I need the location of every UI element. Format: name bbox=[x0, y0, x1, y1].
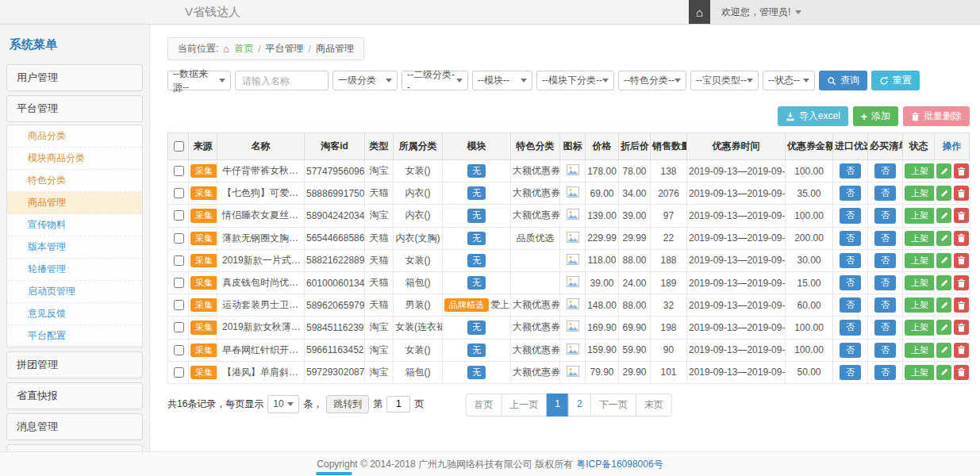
row-checkbox[interactable] bbox=[174, 367, 184, 378]
status-button[interactable]: 上架 bbox=[905, 253, 935, 268]
row-checkbox[interactable] bbox=[174, 233, 184, 244]
row-checkbox[interactable] bbox=[174, 322, 184, 332]
sidebar-item[interactable]: 平台管理 bbox=[6, 95, 143, 122]
status-button[interactable]: 上架 bbox=[905, 208, 935, 223]
edit-button[interactable] bbox=[936, 298, 951, 313]
delete-button[interactable] bbox=[954, 163, 969, 178]
sidebar-subitem[interactable]: 版本管理 bbox=[7, 236, 142, 259]
import-excel-button[interactable]: 导入excel bbox=[778, 106, 848, 126]
import-select-toggle[interactable]: 否 bbox=[840, 320, 861, 335]
filter-select[interactable]: --数据来源-- bbox=[167, 71, 231, 90]
status-button[interactable]: 上架 bbox=[905, 365, 935, 380]
sidebar-subitem[interactable]: 宣传物料 bbox=[7, 214, 142, 236]
must-buy-toggle[interactable]: 否 bbox=[874, 298, 896, 313]
must-buy-toggle[interactable]: 否 bbox=[874, 253, 896, 268]
pager-button[interactable]: 下一页 bbox=[590, 393, 636, 416]
must-buy-toggle[interactable]: 否 bbox=[874, 163, 896, 178]
must-buy-toggle[interactable]: 否 bbox=[874, 320, 896, 335]
edit-button[interactable] bbox=[936, 208, 951, 223]
search-button[interactable]: 查询 bbox=[819, 71, 867, 90]
batch-delete-button[interactable]: 批量删除 bbox=[903, 106, 970, 126]
import-select-toggle[interactable]: 否 bbox=[840, 186, 861, 201]
pager-button[interactable]: 2 bbox=[568, 393, 591, 416]
icp-link[interactable]: 粤ICP备16098006号 bbox=[576, 458, 663, 471]
filter-select[interactable]: --二级分类-- bbox=[402, 71, 468, 90]
status-button[interactable]: 上架 bbox=[905, 320, 935, 335]
sidebar-subitem[interactable]: 商品分类 bbox=[7, 125, 142, 148]
home-button[interactable]: ⌂ bbox=[689, 0, 710, 24]
must-buy-toggle[interactable]: 否 bbox=[874, 365, 896, 380]
sidebar-subitem[interactable]: 特色分类 bbox=[7, 170, 142, 192]
filter-select[interactable]: --特色分类-- bbox=[618, 71, 686, 90]
delete-button[interactable] bbox=[954, 275, 969, 290]
filter-select[interactable]: 一级分类 bbox=[332, 71, 398, 90]
edit-button[interactable] bbox=[936, 365, 951, 380]
page-size-select[interactable]: 10 bbox=[267, 395, 299, 413]
edit-button[interactable] bbox=[936, 163, 951, 178]
breadcrumb-home-link[interactable]: 首页 bbox=[234, 42, 253, 56]
row-checkbox[interactable] bbox=[174, 345, 184, 355]
delete-button[interactable] bbox=[954, 343, 969, 358]
delete-button[interactable] bbox=[954, 208, 969, 223]
filter-select[interactable]: --状态-- bbox=[763, 71, 815, 90]
status-button[interactable]: 上架 bbox=[905, 186, 935, 201]
delete-button[interactable] bbox=[954, 298, 969, 313]
user-menu[interactable]: 欢迎您，管理员! bbox=[710, 0, 980, 24]
row-checkbox[interactable] bbox=[174, 278, 184, 288]
must-buy-toggle[interactable]: 否 bbox=[874, 343, 896, 358]
sidebar-subitem[interactable]: 商品管理 bbox=[7, 192, 142, 214]
pager-button[interactable]: 末页 bbox=[636, 393, 672, 416]
edit-button[interactable] bbox=[936, 275, 951, 290]
edit-button[interactable] bbox=[936, 320, 951, 335]
delete-button[interactable] bbox=[954, 231, 969, 246]
sidebar-subitem[interactable]: 平台配置 bbox=[7, 325, 142, 347]
name-search-input[interactable] bbox=[235, 71, 329, 90]
sidebar-subitem[interactable]: 轮播管理 bbox=[7, 259, 142, 281]
status-button[interactable]: 上架 bbox=[905, 275, 935, 290]
edit-button[interactable] bbox=[936, 253, 951, 268]
status-button[interactable]: 上架 bbox=[905, 231, 935, 246]
status-button[interactable]: 上架 bbox=[905, 343, 935, 358]
status-button[interactable]: 上架 bbox=[905, 163, 935, 178]
must-buy-toggle[interactable]: 否 bbox=[874, 275, 896, 290]
sidebar-subitem[interactable]: 意见反馈 bbox=[7, 303, 142, 325]
sidebar-subitem[interactable]: 模块商品分类 bbox=[7, 148, 142, 170]
import-select-toggle[interactable]: 否 bbox=[840, 208, 861, 223]
delete-button[interactable] bbox=[954, 253, 969, 268]
must-buy-toggle[interactable]: 否 bbox=[874, 186, 896, 201]
pager-button[interactable]: 上一页 bbox=[501, 393, 547, 416]
row-checkbox[interactable] bbox=[174, 255, 184, 266]
horizontal-scrollbar-thumb[interactable] bbox=[316, 472, 352, 475]
sidebar-item[interactable]: 消息管理 bbox=[6, 413, 143, 440]
pager-button[interactable]: 首页 bbox=[465, 393, 502, 416]
sidebar-item[interactable]: 拼团管理 bbox=[6, 351, 143, 378]
filter-select[interactable]: --宝贝类型-- bbox=[690, 71, 759, 90]
edit-button[interactable] bbox=[936, 231, 951, 246]
delete-button[interactable] bbox=[954, 186, 969, 201]
sidebar-item[interactable]: 省直快报 bbox=[6, 382, 143, 409]
reset-button[interactable]: 重置 bbox=[871, 71, 920, 90]
import-select-toggle[interactable]: 否 bbox=[840, 163, 861, 178]
edit-button[interactable] bbox=[936, 343, 951, 358]
page-number-input[interactable] bbox=[386, 396, 410, 413]
row-checkbox[interactable] bbox=[174, 166, 184, 176]
import-select-toggle[interactable]: 否 bbox=[840, 298, 861, 313]
must-buy-toggle[interactable]: 否 bbox=[874, 208, 896, 223]
import-select-toggle[interactable]: 否 bbox=[840, 253, 861, 268]
jump-button[interactable]: 跳转到 bbox=[326, 395, 369, 413]
import-select-toggle[interactable]: 否 bbox=[840, 275, 861, 290]
import-select-toggle[interactable]: 否 bbox=[840, 365, 861, 380]
filter-select[interactable]: --模块-- bbox=[472, 71, 532, 90]
delete-button[interactable] bbox=[954, 365, 969, 380]
sidebar-subitem[interactable]: 启动页管理 bbox=[7, 281, 142, 303]
must-buy-toggle[interactable]: 否 bbox=[874, 231, 896, 246]
sidebar-item[interactable]: 用户管理 bbox=[6, 64, 143, 91]
row-checkbox[interactable] bbox=[174, 188, 184, 198]
edit-button[interactable] bbox=[936, 186, 951, 201]
select-all-checkbox[interactable] bbox=[174, 141, 184, 152]
add-button[interactable]: +添加 bbox=[853, 106, 898, 126]
delete-button[interactable] bbox=[954, 320, 969, 335]
import-select-toggle[interactable]: 否 bbox=[840, 343, 861, 358]
status-button[interactable]: 上架 bbox=[905, 298, 935, 313]
import-select-toggle[interactable]: 否 bbox=[840, 231, 861, 246]
